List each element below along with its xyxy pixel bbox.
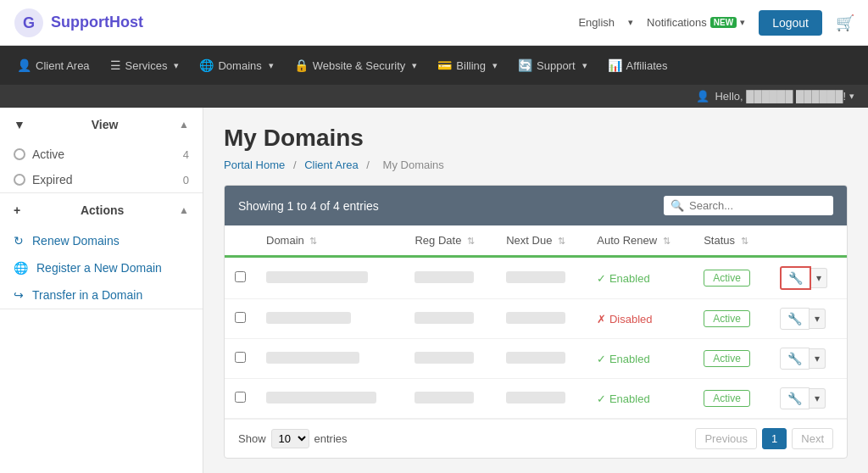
filter-expired-label: Expired <box>32 173 72 186</box>
sidebar-action-register[interactable]: 🌐 Register a New Domain <box>0 254 203 281</box>
nav-label-client-area: Client Area <box>36 59 90 72</box>
sidebar-actions-label: Actions <box>81 203 124 217</box>
row-checkbox-3[interactable] <box>235 392 246 403</box>
search-input[interactable] <box>689 199 826 212</box>
nav-item-client-area[interactable]: 👤 Client Area <box>7 46 100 85</box>
nav-item-services[interactable]: ☰ Services ▾ <box>100 46 190 85</box>
next-page-button[interactable]: Next <box>792 428 833 449</box>
row-status-2: Active <box>693 339 770 379</box>
domains-table-container: Showing 1 to 4 of 4 entries 🔍 Domain ⇅ <box>224 185 848 459</box>
next-due-sort-icon[interactable]: ⇅ <box>558 236 565 246</box>
auto-renew-sort-icon[interactable]: ⇅ <box>663 236 670 246</box>
logo[interactable]: G SupportHost <box>14 8 143 38</box>
row-reg-date-0 <box>404 257 496 299</box>
row-checkbox-2[interactable] <box>235 352 246 363</box>
auto-renew-icon-0: ✓ <box>597 272 606 285</box>
action-wrench-button-3[interactable]: 🔧 <box>780 387 810 409</box>
row-checkbox-0[interactable] <box>235 271 246 282</box>
action-dropdown-button-3[interactable]: ▾ <box>810 388 826 409</box>
sidebar-action-renew[interactable]: ↻ Renew Domains <box>0 227 203 254</box>
row-auto-renew-1: ✗ Disabled <box>587 299 693 339</box>
col-domain: Domain ⇅ <box>256 225 404 257</box>
row-checkbox-cell <box>225 339 256 379</box>
auto-renew-value-3: Enabled <box>609 392 650 405</box>
search-icon: 🔍 <box>670 199 684 212</box>
nav-label-affiliates: Affiliates <box>626 59 668 72</box>
col-next-due-label: Next Due <box>506 234 552 247</box>
domain-value-1 <box>266 312 351 324</box>
table-footer: Show 10 25 50 entries Previous 1 Next <box>225 419 847 458</box>
language-chevron-icon[interactable]: ▾ <box>628 17 633 28</box>
sidebar-filter-active[interactable]: Active 4 <box>0 142 203 167</box>
entries-select[interactable]: 10 25 50 <box>271 429 309 448</box>
nav-item-website-security[interactable]: 🔒 Website & Security ▾ <box>284 46 428 85</box>
nav-label-support: Support <box>537 59 576 72</box>
auto-renew-icon-2: ✓ <box>597 353 606 365</box>
row-actions-0: 🔧 ▾ <box>770 257 847 299</box>
language-selector[interactable]: English <box>578 16 615 29</box>
breadcrumb-current: My Domains <box>383 159 444 171</box>
sidebar-actions-header[interactable]: + Actions ▲ <box>0 193 203 227</box>
hello-chevron-icon[interactable]: ▾ <box>849 91 854 102</box>
row-domain-3 <box>256 379 404 419</box>
nav-item-affiliates[interactable]: 📊 Affiliates <box>598 46 678 85</box>
logout-button[interactable]: Logout <box>759 10 822 36</box>
row-checkbox-1[interactable] <box>235 312 246 323</box>
col-checkbox <box>225 225 256 257</box>
action-dropdown-button-0[interactable]: ▾ <box>811 268 827 288</box>
brand-name: SupportHost <box>51 14 143 31</box>
action-wrench-button-2[interactable]: 🔧 <box>780 348 810 370</box>
sidebar-action-transfer[interactable]: ↪ Transfer in a Domain <box>0 281 203 309</box>
table-header-row: Domain ⇅ Reg Date ⇅ Next Due ⇅ Auto Re <box>225 225 847 257</box>
action-wrench-button-1[interactable]: 🔧 <box>780 308 810 330</box>
next-due-value-2 <box>506 352 565 364</box>
domain-sort-icon[interactable]: ⇅ <box>309 236 317 246</box>
sidebar-filter-expired[interactable]: Expired 0 <box>0 167 203 192</box>
page-1-button[interactable]: 1 <box>762 428 787 449</box>
svg-text:G: G <box>23 14 35 31</box>
breadcrumb-sep-1: / <box>293 159 297 171</box>
row-next-due-0 <box>496 257 587 299</box>
register-domain-label: Register a New Domain <box>36 261 162 275</box>
col-next-due: Next Due ⇅ <box>496 225 587 257</box>
table-entries-info: Showing 1 to 4 of 4 entries <box>238 199 379 213</box>
support-icon: 🔄 <box>518 58 532 72</box>
row-auto-renew-3: ✓ Enabled <box>587 379 693 419</box>
domains-table: Domain ⇅ Reg Date ⇅ Next Due ⇅ Auto Re <box>225 225 847 419</box>
cart-icon[interactable]: 🛒 <box>836 14 854 32</box>
sidebar-view-header[interactable]: ▼ View ▲ <box>0 108 203 142</box>
nav-item-support[interactable]: 🔄 Support ▾ <box>508 46 598 85</box>
col-domain-label: Domain <box>266 234 304 247</box>
notifications-button[interactable]: Notifications NEW ▾ <box>647 16 745 29</box>
status-badge-0: Active <box>704 270 750 287</box>
action-dropdown-button-1[interactable]: ▾ <box>810 309 826 329</box>
status-sort-icon[interactable]: ⇅ <box>741 236 748 246</box>
prev-page-button[interactable]: Previous <box>695 428 757 449</box>
nav-label-billing: Billing <box>456 59 486 72</box>
breadcrumb-sep-2: / <box>366 159 370 171</box>
breadcrumb-client-area[interactable]: Client Area <box>304 159 359 171</box>
auto-renew-icon-3: ✓ <box>597 392 606 405</box>
action-dropdown-button-2[interactable]: ▾ <box>810 348 826 369</box>
col-auto-renew: Auto Renew ⇅ <box>587 225 693 257</box>
row-status-3: Active <box>693 379 770 419</box>
expired-radio[interactable] <box>14 174 25 186</box>
nav-item-domains[interactable]: 🌐 Domains ▾ <box>189 46 283 85</box>
reg-date-value-3 <box>415 392 474 403</box>
view-collapse-icon: ▲ <box>179 119 189 131</box>
entries-label: entries <box>314 432 348 445</box>
reg-date-sort-icon[interactable]: ⇅ <box>467 236 475 246</box>
row-auto-renew-0: ✓ Enabled <box>587 257 693 299</box>
nav-item-billing[interactable]: 💳 Billing ▾ <box>427 46 508 85</box>
action-wrench-button-0[interactable]: 🔧 <box>780 266 811 290</box>
affiliates-icon: 📊 <box>608 58 622 72</box>
breadcrumb-portal-home[interactable]: Portal Home <box>224 159 285 171</box>
action-group-2: 🔧 ▾ <box>780 348 837 370</box>
row-actions-2: 🔧 ▾ <box>770 339 847 379</box>
notifications-badge: NEW <box>710 17 737 28</box>
renew-domains-icon: ↻ <box>14 234 24 248</box>
domains-icon: 🌐 <box>199 58 214 72</box>
active-radio[interactable] <box>14 148 25 160</box>
sidebar-actions-section: + Actions ▲ ↻ Renew Domains 🌐 Register a… <box>0 193 203 309</box>
website-security-chevron-icon: ▾ <box>412 60 417 71</box>
